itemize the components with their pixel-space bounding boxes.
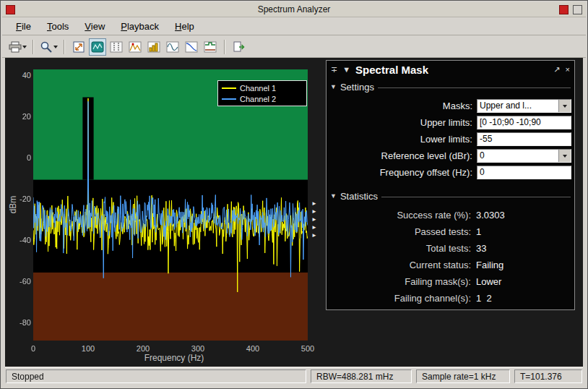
failing-masks-label: Failing mask(s): xyxy=(327,274,471,289)
status-state: Stopped xyxy=(6,369,306,383)
stat-row: Current status: Failing xyxy=(327,257,570,273)
masks-dropdown[interactable]: Upper and l... xyxy=(477,99,571,113)
x-axis-tick: 100 xyxy=(74,344,103,353)
print-button[interactable] xyxy=(8,38,27,56)
frequency-offset-input[interactable]: 0 xyxy=(477,166,571,179)
x-axis-tick: 200 xyxy=(129,344,157,353)
failing-channels-label: Failing channel(s): xyxy=(327,291,471,306)
maximize-button[interactable] xyxy=(573,5,582,14)
spectral-mask-panel-header: ∓ ▼ Spectral Mask ↗ × xyxy=(327,61,574,78)
status-time: T=101.376 xyxy=(514,369,582,383)
lower-limits-row: Lower limits: -55 xyxy=(327,132,570,148)
window-title: Spectrum Analyzer xyxy=(2,2,586,17)
frequency-offset-label: Frequency offset (Hz): xyxy=(327,165,472,180)
ccdf-icon xyxy=(185,41,198,53)
distortion-measurements-button[interactable] xyxy=(164,38,181,56)
current-status-label: Current status: xyxy=(327,257,471,273)
legend-label: Channel 1 xyxy=(240,84,276,93)
upper-limits-input[interactable]: [0 -10;90 -10;90 xyxy=(477,116,571,129)
display-area: dBm Frequency (Hz) Channel 1 Channel 2 ►… xyxy=(5,58,583,367)
y-axis-tick: -80 xyxy=(6,318,31,327)
passed-tests-label: Passed tests: xyxy=(327,224,471,239)
spectrum-settings-button[interactable] xyxy=(89,38,106,56)
export-button[interactable] xyxy=(230,38,248,56)
plot-edge-arrows[interactable]: ► ► ► ► ► xyxy=(311,200,317,239)
stat-row: Failing channel(s): 1 2 xyxy=(327,291,570,307)
lower-limits-label: Lower limits: xyxy=(327,132,472,147)
channel-1-line-swatch xyxy=(222,87,236,89)
y-axis-tick: -40 xyxy=(6,236,31,244)
legend-row: Channel 1 xyxy=(222,82,303,93)
spectral-mask-panel: ∓ ▼ Spectral Mask ↗ × ▼ Settings Masks: … xyxy=(326,60,575,310)
x-axis-tick: 500 xyxy=(293,344,322,353)
menu-playback[interactable]: Playback xyxy=(113,19,167,34)
cursor-measurements-button[interactable] xyxy=(108,38,125,56)
menu-bar: File Tools View Playback Help xyxy=(2,18,586,35)
pin-icon[interactable]: ∓ xyxy=(331,65,337,74)
menu-help[interactable]: Help xyxy=(167,19,202,34)
peak-finder-button[interactable] xyxy=(126,38,144,56)
y-axis-tick: 20 xyxy=(6,112,31,121)
stat-row: Failing mask(s): Lower xyxy=(327,274,570,290)
arrow-right-icon[interactable]: ► xyxy=(311,200,317,207)
legend-row: Channel 2 xyxy=(222,93,303,104)
arrow-right-icon[interactable]: ► xyxy=(311,208,317,215)
plot-legend[interactable]: Channel 1 Channel 2 xyxy=(217,80,307,106)
status-bar: Stopped RBW=488.281 mHz Sample rate=1 kH… xyxy=(5,367,583,385)
statistics-section-header[interactable]: ▼ Statistics xyxy=(330,189,571,202)
y-axis-tick: 40 xyxy=(6,71,31,80)
masks-dropdown-button[interactable] xyxy=(558,100,571,112)
fit-to-view-icon xyxy=(72,40,85,54)
x-axis-tick: 400 xyxy=(238,344,267,353)
toolbar-separator xyxy=(33,40,34,54)
stat-row: Passed tests: 1 xyxy=(327,224,570,240)
spectrum-display-icon xyxy=(91,41,104,53)
ccdf-measurements-button[interactable] xyxy=(183,38,200,56)
stat-row: Total tests: 33 xyxy=(327,241,570,257)
section-rule xyxy=(378,87,571,88)
toolbar-separator xyxy=(64,40,65,54)
spectral-mask-toolbar-button[interactable] xyxy=(202,38,219,56)
spectrum-plot-canvas[interactable] xyxy=(33,69,308,341)
x-axis-tick: 0 xyxy=(19,344,48,353)
signal-statistics-icon xyxy=(147,41,160,53)
x-axis-tick: 300 xyxy=(183,344,212,353)
failing-channels-value: 1 2 xyxy=(476,291,492,306)
reference-level-row: Reference level (dBr): 0 xyxy=(327,148,570,164)
arrow-right-icon[interactable]: ► xyxy=(311,224,317,231)
close-panel-icon[interactable]: × xyxy=(566,65,570,74)
undock-icon[interactable]: ↗ xyxy=(553,65,560,74)
iconify-button[interactable] xyxy=(559,5,568,14)
menu-view[interactable]: View xyxy=(77,19,113,34)
section-title: Statistics xyxy=(340,191,378,202)
reference-level-dropdown-button[interactable] xyxy=(558,150,571,162)
collapse-section-icon: ▼ xyxy=(330,192,337,200)
peak-finder-icon xyxy=(129,41,142,53)
lower-limits-input[interactable]: -55 xyxy=(477,132,571,146)
upper-limits-row: Upper limits: [0 -10;90 -10;90 xyxy=(327,115,570,131)
arrow-right-icon[interactable]: ► xyxy=(311,232,317,239)
collapse-panel-icon[interactable]: ▼ xyxy=(342,65,350,74)
success-rate-label: Success rate (%): xyxy=(327,208,471,223)
stat-row: Success rate (%): 3.0303 xyxy=(327,208,570,223)
spectral-mask-icon xyxy=(204,41,217,53)
masks-value: Upper and l... xyxy=(477,100,558,112)
toolbar-separator xyxy=(224,40,225,54)
reference-level-label: Reference level (dBr): xyxy=(327,148,472,163)
menu-tools[interactable]: Tools xyxy=(39,19,77,34)
success-rate-value: 3.0303 xyxy=(476,208,505,223)
panel-title: Spectral Mask xyxy=(355,64,548,76)
status-rbw: RBW=488.281 mHz xyxy=(311,369,412,383)
export-icon xyxy=(233,41,246,53)
printer-icon xyxy=(9,41,22,53)
arrow-right-icon[interactable]: ► xyxy=(311,216,317,223)
reference-level-combo[interactable]: 0 xyxy=(477,149,571,163)
y-axis-tick: -20 xyxy=(6,194,31,203)
dropdown-caret-icon xyxy=(22,46,27,48)
fit-to-view-button[interactable] xyxy=(70,38,87,56)
zoom-button[interactable] xyxy=(39,38,59,56)
menu-file[interactable]: File xyxy=(8,19,39,34)
signal-statistics-button[interactable] xyxy=(145,38,163,56)
y-axis-tick: 0 xyxy=(6,153,31,162)
settings-section-header[interactable]: ▼ Settings xyxy=(330,80,571,93)
